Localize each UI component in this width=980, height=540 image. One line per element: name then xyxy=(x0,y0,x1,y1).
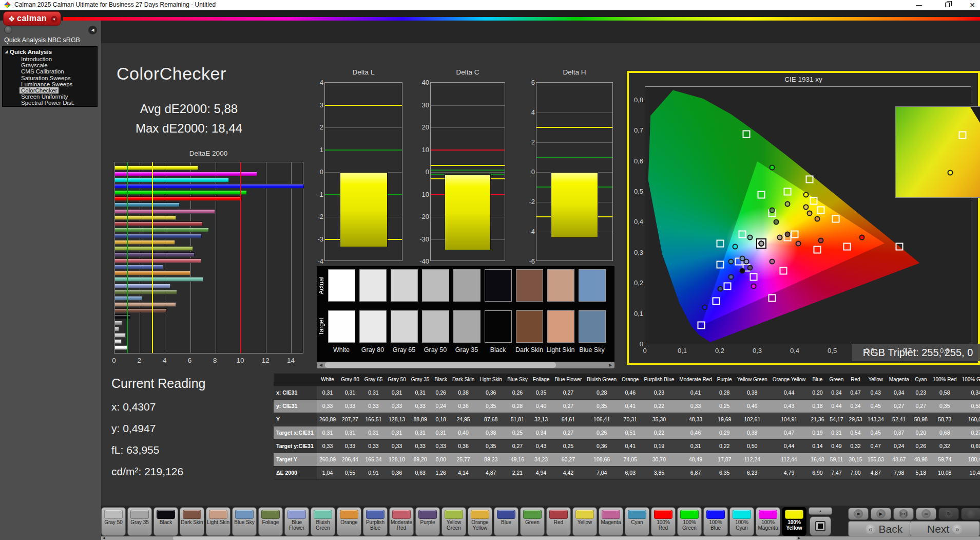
swatch-scrollbar-thumb[interactable] xyxy=(325,362,556,368)
scroll-left-icon[interactable]: ◀ xyxy=(317,362,324,368)
table-cell: 4,79 xyxy=(770,466,809,479)
patch-button-100-magenta[interactable]: 100% Magenta xyxy=(756,507,780,536)
minimize-button[interactable]: — xyxy=(911,0,927,10)
swatch-scrollbar[interactable]: ◀ ▶ xyxy=(317,362,614,368)
patch-button-magenta[interactable]: Magenta xyxy=(599,507,623,536)
refresh-button[interactable]: ↻ xyxy=(938,508,959,520)
deltae-gridline xyxy=(291,162,292,353)
sidebar-item-spectral-power-dist-[interactable]: Spectral Power Dist. xyxy=(21,100,74,106)
deltae-bar-bluish-green xyxy=(114,277,203,282)
table-cell: 0,69 xyxy=(959,439,980,453)
table-cell: 49,16 xyxy=(505,453,530,466)
table-cell: 7,47 xyxy=(827,466,847,479)
infinity-button[interactable]: ∞ xyxy=(916,508,936,520)
table-cell: 7,04 xyxy=(584,466,619,479)
table-cell: 0,27 xyxy=(552,426,584,439)
scroll-right-icon[interactable]: ▶ xyxy=(607,362,614,368)
sidebar-dot-button[interactable] xyxy=(4,26,12,34)
patch-button-green[interactable]: Green xyxy=(520,507,545,536)
table-cell: 0,22 xyxy=(641,426,677,439)
sidebar-item-luminance-sweeps[interactable]: Luminance Sweeps xyxy=(21,81,72,87)
back-button[interactable]: « Back xyxy=(848,521,920,536)
patch-button-dark-skin[interactable]: Dark Skin xyxy=(180,507,204,536)
table-cell: 180,47 xyxy=(959,453,980,466)
patch-button-foliage[interactable]: Foliage xyxy=(258,507,283,536)
patch-button-cyan[interactable]: Cyan xyxy=(625,507,649,536)
patch-button-red[interactable]: Red xyxy=(546,507,571,536)
patch-button-100-cyan[interactable]: 100% Cyan xyxy=(729,507,754,536)
patch-button-100-red[interactable]: 100% Red xyxy=(651,507,676,536)
bottom-scrollbar[interactable]: ◀ ▶ xyxy=(101,536,980,540)
tree-expander-icon[interactable]: ◢ xyxy=(5,49,8,54)
table-cell: 0,22 xyxy=(641,399,677,413)
patch-button-orange[interactable]: Orange xyxy=(337,507,361,536)
sidebar-item-grayscale[interactable]: Grayscale xyxy=(21,62,48,68)
patch-chip xyxy=(392,510,411,519)
patch-chip xyxy=(733,510,751,519)
patch-button-100-green[interactable]: 100% Green xyxy=(677,507,702,536)
patch-button-purple[interactable]: Purple xyxy=(415,507,440,536)
deltae-bar-black xyxy=(114,314,130,319)
cie-measured-dot xyxy=(803,192,809,198)
table-cell: 0,35 xyxy=(477,399,505,413)
close-button[interactable]: ✕ xyxy=(965,0,980,10)
patch-button-blue-sky[interactable]: Blue Sky xyxy=(232,507,257,536)
patch-chip xyxy=(706,510,725,519)
patch-button-blue[interactable]: Blue xyxy=(494,507,518,536)
play-button[interactable]: ▶ xyxy=(871,508,891,520)
cie-target-square xyxy=(713,297,720,305)
patch-button-moderate-red[interactable]: Moderate Red xyxy=(389,507,414,536)
cie-y-tick-label: 0,2 xyxy=(630,279,643,287)
step-button[interactable]: [↦] xyxy=(893,508,914,520)
pattern-window-button[interactable] xyxy=(810,516,831,536)
sidebar-collapse-button[interactable]: ◀ xyxy=(88,26,97,34)
patch-button-gray-35[interactable]: Gray 35 xyxy=(127,507,152,536)
patch-button-100-blue[interactable]: 100% Blue xyxy=(703,507,728,536)
patch-button-black[interactable]: Black xyxy=(153,507,178,536)
stop-button[interactable]: ■ xyxy=(848,508,869,520)
max-de2000: Max dE2000: 18,44 xyxy=(114,121,264,136)
patch-label: Bluish Green xyxy=(311,520,335,531)
scroll-right-icon[interactable]: ▶ xyxy=(798,536,800,540)
swatch-name: Gray 80 xyxy=(357,346,389,353)
table-cell: 4,87 xyxy=(477,466,505,479)
table-cell: 207,27 xyxy=(338,413,362,426)
patch-button-purplish-blue[interactable]: Purplish Blue xyxy=(363,507,388,536)
next-button[interactable]: Next » xyxy=(910,521,980,536)
table-cell: 0,27 xyxy=(552,399,584,413)
tree-root-item[interactable]: Quick Analysis xyxy=(10,49,52,55)
patch-button-100-yellow[interactable]: 100% Yellow xyxy=(782,507,806,536)
patch-button-light-skin[interactable]: Light Skin xyxy=(206,507,230,536)
table-cell: 0,34 xyxy=(846,399,864,413)
calman-logo-button[interactable]: ❖ calman ▼ xyxy=(3,11,61,26)
table-cell: 89,23 xyxy=(477,453,505,466)
table-cell: 0,27 xyxy=(959,426,980,439)
expand-patch-list-button[interactable]: ▲ xyxy=(809,507,832,515)
bottom-scrollbar-thumb[interactable] xyxy=(173,536,797,540)
table-cell: 0,31 xyxy=(432,426,449,439)
scroll-left-icon[interactable]: ◀ xyxy=(103,536,105,540)
table-cell: 0,46 xyxy=(619,386,641,399)
sidebar-item-colorchecker[interactable]: ColorChecker xyxy=(20,87,59,94)
patch-button-blue-flower[interactable]: Blue Flower xyxy=(284,507,309,536)
patch-button-orange-yellow[interactable]: Orange Yellow xyxy=(468,507,492,536)
table-col-header: Orange xyxy=(619,374,641,386)
patch-label: Red xyxy=(547,520,570,526)
deltae-bar-dark-skin xyxy=(114,308,167,313)
maximize-button[interactable] xyxy=(939,0,955,10)
sidebar-item-saturation-sweeps[interactable]: Saturation Sweeps xyxy=(21,75,71,81)
sidebar-item-screen-uniformity[interactable]: Screen Uniformity xyxy=(21,94,68,100)
table-cell: 0,33 xyxy=(409,399,432,413)
patch-button-bluish-green[interactable]: Bluish Green xyxy=(311,507,335,536)
patch-button-yellow[interactable]: Yellow xyxy=(572,507,597,536)
cie-inset-gradient xyxy=(896,107,980,197)
logo-dropdown-icon[interactable]: ▼ xyxy=(51,16,57,23)
patch-button-gray-50[interactable]: Gray 50 xyxy=(101,507,126,536)
sidebar-item-cms-calibration[interactable]: CMS Calibration xyxy=(21,68,64,75)
patch-button-yellow-green[interactable]: Yellow Green xyxy=(441,507,466,536)
sidebar-item-introduction[interactable]: Introduction xyxy=(21,56,52,62)
table-cell: 0,68 xyxy=(930,426,959,439)
cie-x-tick-label: 0 xyxy=(636,347,654,355)
table-cell: 0,91 xyxy=(362,466,386,479)
record-button[interactable] xyxy=(961,508,980,520)
